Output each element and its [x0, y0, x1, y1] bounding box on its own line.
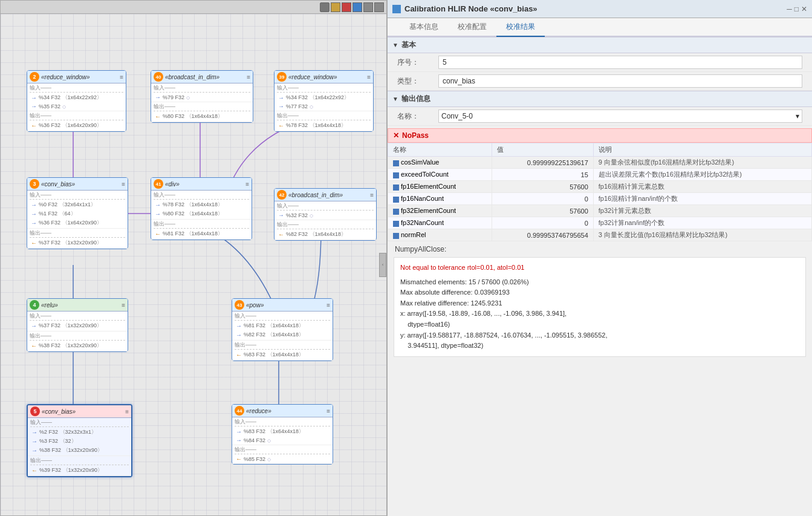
graph-canvas: 2 «reduce_window» ≡ 输入—— →%34 F32 〈1x64x… — [1, 14, 386, 515]
node-2-badge: 2 — [30, 72, 39, 82]
node-40-menu[interactable]: ≡ — [247, 74, 250, 80]
properties-header: Calibration HLIR Node «conv_bias» ─ □ ✕ — [388, 0, 812, 18]
maximize-button[interactable]: □ — [794, 5, 799, 13]
row-icon — [393, 172, 399, 178]
col-header-value: 值 — [492, 143, 594, 157]
node-4-menu[interactable]: ≡ — [122, 302, 125, 309]
node-42-badge: 42 — [277, 190, 287, 200]
node-44[interactable]: 44 «reduce» ≡ 输入—— →%83 F32 〈1x64x4x18〉 … — [232, 404, 333, 465]
node-43-menu[interactable]: ≡ — [326, 302, 330, 309]
numpy-label: NumpyAllClose: — [395, 245, 446, 253]
minimize-button[interactable]: ─ — [787, 5, 792, 13]
row-value: 57600 — [492, 205, 594, 217]
basic-section-triangle: ▼ — [392, 42, 398, 48]
row-name: fp32NanCount — [388, 217, 492, 229]
toolbar-icon4[interactable] — [363, 2, 373, 12]
node-40[interactable]: 40 «broadcast_in_dim» ≡ 输入—— →%79 F32 ◇ … — [151, 70, 253, 123]
node-5-badge: 5 — [30, 407, 40, 416]
output-info-triangle: ▼ — [392, 96, 398, 102]
row-icon — [393, 197, 399, 203]
tab-basic-info[interactable]: 基本信息 — [400, 18, 448, 37]
row-value: 0.999999225139617 — [492, 157, 594, 169]
node-4-badge: 4 — [30, 300, 39, 310]
panel-title-icon — [392, 5, 401, 13]
row-name: normRel — [388, 229, 492, 241]
row-value: 0 — [492, 217, 594, 229]
nopass-x-icon: ✕ — [393, 131, 399, 140]
node-3-menu[interactable]: ≡ — [122, 181, 125, 188]
row-desc: fp16混精计算nan/inf的个数 — [593, 193, 811, 205]
toolbar-icon2[interactable] — [342, 2, 351, 12]
close-button[interactable]: ✕ — [801, 5, 807, 13]
row-desc: fp32计算nan/inf的个数 — [593, 217, 811, 229]
row-value: 0 — [492, 193, 594, 205]
node-5[interactable]: 5 «conv_bias» ≡ 输入—— →%2 F32 〈32x32x3x1〉… — [27, 404, 132, 477]
output-info-section-header[interactable]: ▼ 输出信息 — [388, 91, 812, 107]
node-2-menu[interactable]: ≡ — [120, 74, 123, 80]
window-controls: ─ □ ✕ — [787, 5, 807, 13]
row-value: 0.999953746795654 — [492, 229, 594, 241]
col-header-desc: 说明 — [593, 143, 811, 157]
row-icon — [393, 185, 399, 191]
row-name: cosSimValue — [388, 157, 492, 169]
node-42-menu[interactable]: ≡ — [370, 192, 374, 198]
properties-panel: Calibration HLIR Node «conv_bias» ─ □ ✕ … — [387, 0, 812, 516]
toolbar-icon5[interactable] — [374, 2, 384, 12]
node-5-title: «conv_bias» — [42, 408, 123, 415]
node-43-badge: 43 — [235, 300, 244, 310]
node-41-title: «div» — [165, 181, 244, 188]
node-4[interactable]: 4 «relu» ≡ 输入—— →%37 F32 〈1x32x20x90〉 输出… — [27, 298, 128, 352]
node-42-title: «broadcast_in_dim» — [288, 192, 368, 198]
toolbar-fit-icon[interactable] — [320, 2, 330, 12]
name-select[interactable]: Conv_5-0 ▾ — [438, 109, 802, 123]
table-row: cosSimValue0.9999992251396179 向量余弦相似度(fp… — [388, 157, 812, 169]
graph-toolbar — [1, 1, 386, 14]
properties-content: ▼ 基本 序号： 类型： ▼ 输出信息 名称： Conv_5-0 ▾ ✕ NoP… — [388, 37, 812, 516]
row-desc: 3 向量长度比值(fp16混精结果对比fp32结果) — [593, 229, 811, 241]
row-name: fp32ElementCount — [388, 205, 492, 217]
name-row: 名称： Conv_5-0 ▾ — [388, 107, 812, 126]
node-2[interactable]: 2 «reduce_window» ≡ 输入—— →%34 F32 〈1x64x… — [27, 70, 126, 132]
node-40-badge: 40 — [154, 72, 163, 82]
type-input[interactable] — [438, 74, 802, 88]
table-row: fp32ElementCount57600fp32计算元素总数 — [388, 205, 812, 217]
node-41-badge: 41 — [154, 179, 163, 189]
numpy-section-header: NumpyAllClose: — [388, 241, 812, 255]
node-3[interactable]: 3 «conv_bias» ≡ 输入—— →%0 F32 〈32x64x1x1〉… — [27, 177, 128, 249]
node-43[interactable]: 43 «pow» ≡ 输入—— →%81 F32 〈1x64x4x18〉 →%8… — [232, 298, 333, 361]
node-3-badge: 3 — [30, 179, 39, 189]
serial-no-input[interactable] — [438, 56, 802, 69]
tab-calibration-result[interactable]: 校准结果 — [496, 18, 545, 37]
numpy-content: Not equal to tolerance rtol=0.01, atol=0… — [394, 257, 806, 357]
table-row: normRel0.9999537467956543 向量长度比值(fp16混精结… — [388, 229, 812, 241]
row-icon — [393, 209, 399, 215]
basic-section-header[interactable]: ▼ 基本 — [388, 37, 812, 53]
node-41[interactable]: 41 «div» ≡ 输入—— →%78 F32 〈1x64x4x18〉 →%8… — [151, 177, 252, 240]
tab-calibration-config[interactable]: 校准配置 — [448, 18, 496, 37]
node-39-menu[interactable]: ≡ — [367, 74, 371, 80]
node-39-title: «reduce_window» — [288, 74, 365, 80]
graph-panel: 2 «reduce_window» ≡ 输入—— →%34 F32 〈1x64x… — [0, 0, 387, 516]
node-42[interactable]: 42 «broadcast_in_dim» ≡ 输入—— →%32 F32 ◇ … — [274, 188, 377, 241]
row-name: fp16ElementCount — [388, 181, 492, 193]
node-40-title: «broadcast_in_dim» — [165, 74, 245, 80]
panel-collapse-handle[interactable]: ‹ — [379, 253, 386, 277]
table-row: fp16NanCount0fp16混精计算nan/inf的个数 — [388, 193, 812, 205]
node-41-menu[interactable]: ≡ — [245, 181, 249, 188]
row-icon — [393, 233, 399, 239]
output-info-label: 输出信息 — [401, 94, 430, 104]
node-39[interactable]: 39 «reduce_window» ≡ 输入—— →%34 F32 〈1x64… — [274, 70, 374, 132]
type-row: 类型： — [388, 72, 812, 91]
table-row: fp32NanCount0fp32计算nan/inf的个数 — [388, 217, 812, 229]
numpy-details: Mismatched elements: 15 / 57600 (0.026%)… — [400, 277, 799, 351]
nopass-header: ✕ NoPass — [388, 128, 812, 143]
toolbar-icon1[interactable] — [331, 2, 340, 12]
row-icon — [393, 160, 399, 166]
numpy-error-line: Not equal to tolerance rtol=0.01, atol=0… — [400, 263, 799, 273]
node-5-menu[interactable]: ≡ — [125, 408, 129, 415]
node-3-title: «conv_bias» — [41, 181, 120, 188]
toolbar-icon3[interactable] — [352, 2, 362, 12]
name-select-arrow: ▾ — [796, 112, 799, 120]
serial-no-label: 序号： — [397, 57, 434, 68]
node-44-menu[interactable]: ≡ — [326, 408, 330, 414]
